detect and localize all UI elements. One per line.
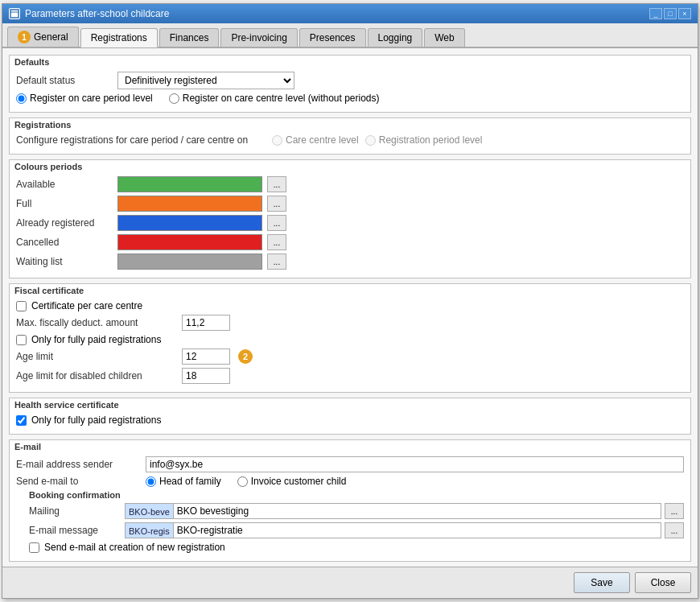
max-deduct-input[interactable] [182, 315, 230, 331]
radio-reg-period-label: Registration period level [379, 134, 483, 146]
tab-preinvoicing[interactable]: Pre-invoicing [220, 28, 297, 47]
email-sender-label: E-mail address sender [16, 459, 141, 470]
tab-finances[interactable]: Finances [159, 28, 220, 47]
default-status-row: Default status Definitively registeredPe… [16, 72, 684, 89]
mailing-ellipsis-btn[interactable]: ... [665, 503, 684, 519]
color-waiting-btn[interactable]: ... [267, 254, 286, 270]
age-limit-disabled-row: Age limit for disabled children [16, 368, 684, 384]
color-available-label: Available [16, 179, 113, 190]
titlebar-left: Parameters after-school childcare [9, 8, 169, 19]
mailing-tag: BKO-beve [126, 504, 174, 518]
only-fully-paid-fiscal-checkbox[interactable] [16, 335, 27, 345]
close-window-button[interactable]: × [678, 8, 691, 19]
radio-care-centre-level: Care centre level [272, 134, 359, 146]
max-deduct-label: Max. fiscally deduct. amount [16, 317, 177, 328]
defaults-content: Default status Definitively registeredPe… [10, 68, 690, 112]
color-waiting-label: Waiting list [16, 256, 113, 267]
maximize-button[interactable]: □ [664, 8, 677, 19]
radio-invoice-customer[interactable]: Invoice customer child [237, 476, 347, 487]
age-limit-disabled-input[interactable] [182, 368, 230, 384]
email-sender-row: E-mail address sender [16, 456, 684, 472]
email-message-tag: BKO-regis [126, 523, 174, 538]
only-fully-paid-fiscal-label: Only for fully paid registrations [31, 334, 161, 345]
health-service-header: Health service certificate [10, 398, 690, 411]
send-at-creation-row: Send e-mail at creation of new registrat… [16, 542, 684, 553]
email-content: E-mail address sender Send e-mail to Hea… [10, 453, 690, 561]
health-only-fully-paid-checkbox[interactable] [16, 415, 27, 426]
cert-per-care-centre-label: Certificate per care centre [31, 300, 142, 311]
save-button[interactable]: Save [574, 572, 630, 593]
main-content: Defaults Default status Definitively reg… [2, 48, 698, 567]
default-status-label: Default status [16, 75, 113, 86]
color-already-swatch [117, 215, 262, 231]
titlebar: Parameters after-school childcare _ □ × [2, 4, 698, 23]
health-only-fully-paid-row: Only for fully paid registrations [16, 414, 684, 426]
window-title: Parameters after-school childcare [25, 8, 169, 19]
color-full-btn[interactable]: ... [267, 196, 286, 212]
color-full-swatch [117, 196, 262, 212]
fiscal-header: Fiscal certificate [10, 284, 690, 297]
radio-invoice-customer-input[interactable] [237, 476, 248, 487]
email-message-ellipsis-btn[interactable]: ... [665, 522, 684, 538]
fiscal-content: Certificate per care centre Max. fiscall… [10, 297, 690, 392]
close-button[interactable]: Close [635, 572, 691, 593]
color-waiting-row: Waiting list ... [16, 254, 684, 270]
window-controls: _ □ × [649, 8, 691, 19]
cert-per-care-centre-checkbox[interactable] [16, 301, 27, 311]
email-message-text-input[interactable] [174, 523, 661, 538]
radio-care-centre[interactable]: Register on care centre level (without p… [169, 93, 380, 104]
email-sender-input[interactable] [146, 456, 684, 472]
age-limit-label: Age limit [16, 351, 177, 362]
radio-head-of-family-input[interactable] [146, 476, 156, 487]
fiscal-certificate-section: Fiscal certificate Certificate per care … [9, 283, 691, 393]
color-available-row: Available ... [16, 176, 684, 192]
radio-reg-period-level: Registration period level [365, 134, 483, 146]
mailing-input-wrap: BKO-beve [125, 503, 661, 519]
defaults-section: Defaults Default status Definitively reg… [9, 55, 691, 113]
footer: Save Close [2, 567, 698, 598]
mailing-text-input[interactable] [174, 504, 661, 518]
tab-logging[interactable]: Logging [368, 28, 423, 47]
only-fully-paid-fiscal-row: Only for fully paid registrations [16, 334, 684, 345]
health-service-content: Only for fully paid registrations [10, 411, 690, 434]
colours-periods-section: Colours periods Available ... Full ... A… [9, 159, 691, 278]
radio-care-centre-level-input [272, 135, 282, 146]
color-full-row: Full ... [16, 196, 684, 212]
tab-registrations[interactable]: Registrations [80, 28, 158, 47]
send-at-creation-checkbox[interactable] [29, 542, 39, 553]
mailing-row: Mailing BKO-beve ... [16, 503, 684, 519]
radio-head-of-family-label: Head of family [159, 476, 221, 487]
color-available-swatch [117, 176, 262, 192]
svg-rect-0 [10, 10, 19, 18]
colours-periods-header: Colours periods [10, 160, 690, 173]
reg-config-label: Configure registrations for care period … [16, 134, 266, 146]
tab-web-label: Web [434, 32, 454, 43]
tab-presences[interactable]: Presences [299, 28, 366, 47]
color-available-btn[interactable]: ... [267, 176, 286, 192]
email-message-input-wrap: BKO-regis [125, 522, 661, 538]
defaults-header: Defaults [10, 56, 690, 68]
health-only-fully-paid-label: Only for fully paid registrations [31, 414, 161, 426]
color-already-btn[interactable]: ... [267, 215, 286, 231]
radio-care-centre-input[interactable] [169, 93, 179, 104]
tab-preinvoicing-label: Pre-invoicing [231, 32, 286, 43]
default-status-select[interactable]: Definitively registeredPendingCancelled [117, 72, 294, 89]
radio-care-period-input[interactable] [16, 93, 27, 104]
color-cancelled-swatch [117, 234, 262, 250]
age-limit-input[interactable] [182, 348, 230, 365]
radio-head-of-family[interactable]: Head of family [146, 476, 221, 487]
color-cancelled-label: Cancelled [16, 237, 113, 248]
app-icon [9, 8, 20, 19]
radio-care-period[interactable]: Register on care period level [16, 93, 153, 104]
radio-reg-period-level-input [365, 135, 376, 146]
booking-confirmation-header: Booking confirmation [16, 490, 684, 500]
minimize-button[interactable]: _ [649, 8, 662, 19]
reg-config-row: Configure registrations for care period … [16, 134, 684, 146]
send-to-radio-group: Head of family Invoice customer child [146, 476, 346, 487]
age-limit-row: Age limit 2 [16, 348, 684, 365]
color-cancelled-btn[interactable]: ... [267, 234, 286, 250]
tabs-bar: 1General Registrations Finances Pre-invo… [2, 23, 698, 48]
tab-web[interactable]: Web [424, 28, 464, 47]
mailing-label: Mailing [29, 505, 121, 517]
tab-general[interactable]: 1General [7, 27, 79, 47]
